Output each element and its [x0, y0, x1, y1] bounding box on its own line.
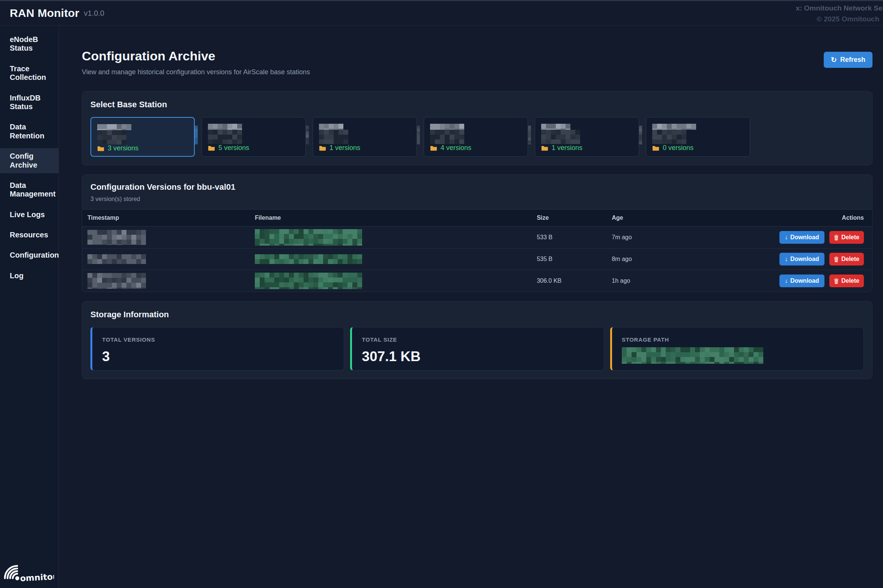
- storage-label: TOTAL VERSIONS: [102, 336, 334, 343]
- delete-button[interactable]: Delete: [829, 253, 864, 266]
- filename-redacted: [255, 254, 362, 264]
- versions-stored-count: 3 version(s) stored: [90, 196, 864, 202]
- station-name-redacted: [430, 124, 522, 144]
- station-card-1[interactable]: 3 versions: [90, 117, 195, 157]
- storage-panel-title: Storage Information: [90, 310, 864, 320]
- folder-icon: [652, 145, 659, 151]
- versions-table: Timestamp Filename Size Age Actions 533 …: [82, 209, 872, 292]
- age-cell: 7m ago: [606, 226, 774, 249]
- col-actions: Actions: [774, 210, 872, 226]
- age-cell: 1h ago: [606, 270, 774, 292]
- download-label: Download: [790, 278, 819, 284]
- col-size: Size: [531, 210, 606, 226]
- trash-icon: [834, 278, 839, 284]
- folder-icon: [430, 145, 437, 151]
- delete-label: Delete: [841, 234, 859, 241]
- sidebar-item-data-management[interactable]: Data Management: [0, 177, 59, 202]
- station-card-4[interactable]: 4 versions: [424, 117, 528, 157]
- timestamp-redacted: [87, 273, 150, 289]
- versions-panel: Configuration Versions for bbu-val01 3 v…: [82, 174, 872, 292]
- station-name-redacted: [541, 124, 633, 144]
- timestamp-redacted: [87, 230, 149, 245]
- download-button[interactable]: ↓ Download: [779, 274, 824, 287]
- download-button[interactable]: ↓ Download: [779, 253, 824, 266]
- redaction-strip: [306, 126, 311, 144]
- sidebar-item-resources[interactable]: Resources: [0, 227, 59, 243]
- page-subtitle: View and manage historical configuration…: [82, 68, 310, 76]
- storage-card-storage-path: STORAGE PATH: [610, 327, 864, 370]
- storage-path-redacted: [622, 347, 764, 364]
- refresh-label: Refresh: [840, 56, 865, 64]
- app-title: RAN Monitor: [10, 7, 80, 20]
- folder-icon: [97, 146, 104, 152]
- station-card-6[interactable]: 0 versions: [646, 117, 750, 157]
- sidebar-item-configuration[interactable]: Configuration: [0, 247, 59, 263]
- station-name-redacted: [319, 124, 411, 144]
- station-name-redacted: [652, 124, 744, 144]
- station-version-count: 3 versions: [108, 144, 138, 152]
- storage-panel: Storage Information TOTAL VERSIONS 3 TOT…: [82, 301, 872, 379]
- col-timestamp: Timestamp: [82, 210, 250, 226]
- app-version: v1.0.0: [84, 9, 104, 18]
- network-provider-text: x: Omnitouch Network Ser: [796, 4, 883, 12]
- wifi-arcs-icon: omnitouch: [4, 562, 54, 584]
- station-version-count: 1 versions: [552, 144, 582, 152]
- station-version-count: 1 versions: [329, 144, 360, 152]
- sidebar-item-log[interactable]: Log: [0, 268, 59, 284]
- omnitouch-logo: omnitouch: [0, 562, 59, 588]
- sidebar-item-trace-collection[interactable]: Trace Collection: [0, 61, 59, 86]
- delete-label: Delete: [841, 278, 859, 284]
- delete-label: Delete: [841, 256, 859, 262]
- delete-button[interactable]: Delete: [829, 231, 864, 244]
- station-card-5[interactable]: 1 versions: [535, 117, 639, 157]
- table-header-row: Timestamp Filename Size Age Actions: [82, 210, 872, 226]
- filename-redacted: [255, 229, 362, 246]
- station-version-count: 0 versions: [663, 144, 693, 152]
- download-icon: ↓: [785, 256, 788, 262]
- station-select-panel: Select Base Station 3 versions: [82, 91, 872, 165]
- size-cell: 535 B: [531, 249, 606, 270]
- table-row: 306.0 KB 1h ago ↓ Download Delete: [82, 270, 872, 292]
- station-panel-title: Select Base Station: [90, 100, 864, 110]
- copyright-text: © 2025 Omnitouch: [817, 15, 879, 23]
- page-title: Configuration Archive: [82, 49, 310, 63]
- station-name-redacted: [208, 124, 299, 144]
- sidebar-item-live-logs[interactable]: Live Logs: [0, 207, 59, 223]
- logo-text: omnitouch: [20, 571, 54, 583]
- storage-card-total-versions: TOTAL VERSIONS 3: [90, 327, 344, 370]
- storage-label: STORAGE PATH: [622, 336, 854, 343]
- trash-icon: [834, 235, 839, 240]
- sidebar-item-data-retention[interactable]: Data Retention: [0, 119, 59, 144]
- redaction-strip: [639, 126, 645, 144]
- top-bar: RAN Monitor v1.0.0 x: Omnitouch Network …: [0, 1, 883, 26]
- download-icon: ↓: [785, 278, 788, 284]
- col-filename: Filename: [250, 210, 531, 226]
- station-card-3[interactable]: 1 versions: [313, 117, 417, 157]
- folder-icon: [319, 145, 326, 151]
- sidebar-item-enodeb-status[interactable]: eNodeB Status: [0, 32, 59, 57]
- station-card-2[interactable]: 5 versions: [202, 117, 306, 157]
- sidebar-item-influxdb-status[interactable]: InfluxDB Status: [0, 90, 59, 115]
- age-cell: 8m ago: [606, 249, 774, 270]
- refresh-button[interactable]: ↻ Refresh: [824, 52, 872, 68]
- sidebar-nav: eNodeB Status Trace Collection InfluxDB …: [0, 32, 59, 288]
- sidebar-item-config-archive[interactable]: Config Archive: [0, 148, 59, 173]
- redaction-strip: [528, 126, 534, 144]
- download-icon: ↓: [785, 234, 788, 241]
- station-card-list: 3 versions 5 versions: [90, 117, 864, 157]
- station-name-redacted: [97, 124, 188, 144]
- download-button[interactable]: ↓ Download: [779, 231, 824, 244]
- versions-panel-title: Configuration Versions for bbu-val01: [90, 182, 864, 192]
- redaction-strip: [195, 126, 200, 144]
- storage-label: TOTAL SIZE: [362, 336, 594, 343]
- sidebar: eNodeB Status Trace Collection InfluxDB …: [0, 26, 59, 588]
- station-version-count: 5 versions: [218, 144, 249, 152]
- total-versions-value: 3: [102, 349, 334, 364]
- station-version-count: 4 versions: [441, 144, 471, 152]
- download-label: Download: [790, 256, 819, 262]
- refresh-icon: ↻: [831, 56, 837, 63]
- table-row: 535 B 8m ago ↓ Download Delete: [82, 249, 872, 270]
- col-age: Age: [606, 210, 774, 226]
- delete-button[interactable]: Delete: [829, 274, 864, 287]
- redaction-strip: [417, 126, 423, 144]
